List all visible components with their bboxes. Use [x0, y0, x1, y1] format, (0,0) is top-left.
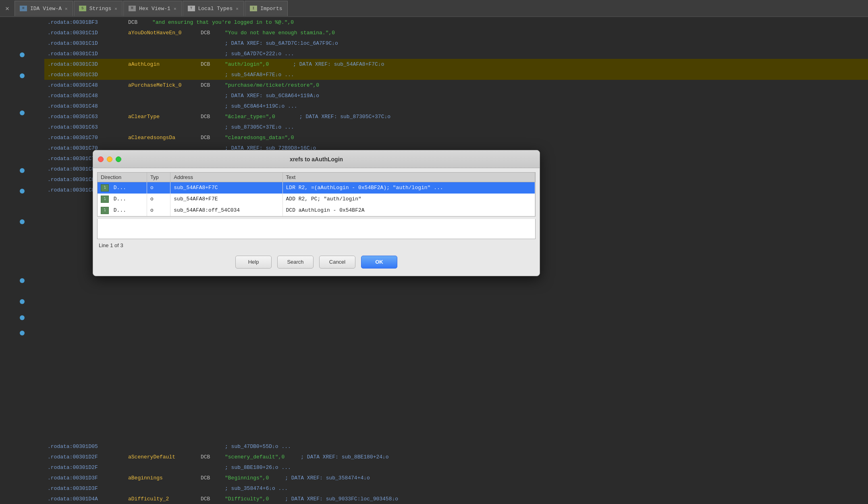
code-addr: .rodata:00301D05 [48, 444, 128, 450]
code-addr: .rodata:00301C1D [48, 51, 128, 57]
code-label: aClearedsongsDa [128, 135, 201, 141]
tab-ida-close[interactable]: ✕ [65, 6, 68, 11]
tab-strings-icon: S [79, 6, 86, 11]
breakpoint-dot [20, 278, 25, 283]
tab-bar: ✕ ≡ IDA View-A ✕ S Strings ✕ H Hex View-… [0, 0, 868, 17]
code-addr: .rodata:00301D4A [48, 496, 128, 502]
code-comment: ; sub_358474+6↓o ... [225, 485, 288, 492]
code-label: aPurchaseMeTick_0 [128, 82, 201, 88]
code-label: aClearType [128, 114, 201, 120]
code-line-highlighted: .rodata:00301C3D ; sub_54AFA8+F7E↓o ... [44, 69, 868, 80]
code-comment: ; DATA XREF: sub_9033FC:loc_903458↓o [285, 496, 398, 502]
cell-text: ADD R2, PC; "auth/login" [282, 194, 535, 205]
code-addr: .rodata:00301C70 [48, 135, 128, 141]
minimize-button[interactable] [107, 156, 112, 162]
tab-strings[interactable]: S Strings ✕ [74, 1, 123, 16]
code-addr: .rodata:00301D2F [48, 454, 128, 460]
table-header-row: Direction Typ Address Text [98, 173, 535, 182]
search-button[interactable]: Search [277, 256, 314, 269]
xrefs-dialog: xrefs to aAuthLogin Direction Typ Addres… [93, 150, 540, 276]
cell-type: o [147, 194, 170, 205]
cancel-button[interactable]: Cancel [319, 256, 355, 269]
tab-local-types[interactable]: T Local Types ✕ [183, 1, 244, 16]
col-direction: Direction [98, 173, 147, 182]
tab-local-types-icon: T [188, 6, 195, 11]
code-comment: ; sub_6A7D7C+222↓o ... [225, 51, 294, 57]
maximize-button[interactable] [116, 156, 121, 162]
code-str: "Beginnings",0 [225, 475, 269, 481]
window-close-icon[interactable]: ✕ [2, 3, 13, 14]
tab-local-types-close[interactable]: ✕ [236, 6, 239, 11]
cell-address: sub_54AFA8:off_54C034 [170, 205, 282, 216]
code-line: .rodata:00301C1D aYouDoNotHaveEn_0 DCB "… [44, 27, 868, 38]
code-area: .rodata:00301BF3 DCB "and ensuring that … [44, 17, 868, 504]
code-str: "auth/login",0 [225, 61, 269, 67]
code-comment: ; sub_87305C+37E↓o ... [225, 124, 294, 130]
tab-strings-close[interactable]: ✕ [114, 6, 117, 11]
table-row[interactable]: ⤵ D... o sub_54AFA8:off_54C034 DCD aAuth… [98, 205, 535, 216]
status-text: Line 1 of 3 [99, 242, 123, 248]
code-line: .rodata:00301D2F aSceneryDefault DCB "sc… [44, 452, 868, 462]
code-kw: DCB [201, 82, 225, 88]
code-addr: .rodata:00301D3F [48, 485, 128, 492]
ok-button[interactable]: OK [361, 256, 397, 269]
table-row[interactable]: ⤵ D... o sub_54AFA8+F7E ADD R2, PC; "aut… [98, 194, 535, 205]
cell-text: LDR R2, =(aAuthLogin - 0x54BF2A); "auth/… [282, 182, 535, 194]
code-line: .rodata:00301C1D ; DATA XREF: sub_6A7D7C… [44, 38, 868, 48]
code-label: aBeginnings [128, 475, 201, 481]
code-line: .rodata:00301D3F aBeginnings DCB "Beginn… [44, 473, 868, 483]
tab-hex-view[interactable]: H Hex View-1 ✕ [123, 1, 182, 16]
tab-hex-icon: H [129, 6, 136, 11]
table-row[interactable]: ⤵ D... o sub_54AFA8+F7C LDR R2, =(aAuthL… [98, 182, 535, 194]
code-comment: ; DATA XREF: sub_358474+4↓o [285, 475, 370, 481]
code-addr: .rodata:00301C3D [48, 72, 128, 78]
code-line: .rodata:00301D2F ; sub_8BE180+26↓o ... [44, 462, 868, 473]
code-str: "clearedsongs_data=",0 [225, 135, 294, 141]
col-address: Address [170, 173, 282, 182]
tab-imports[interactable]: I Imports [245, 1, 288, 16]
code-comment: ; DATA XREF: sub_6C8A64+119A↓o [225, 93, 319, 99]
breakpoint-dot [20, 168, 25, 173]
code-str: "Difficulty",0 [225, 496, 269, 502]
cell-direction: ⤵ D... [98, 194, 147, 205]
dialog-table-container: Direction Typ Address Text ⤵ D... [97, 172, 536, 217]
dialog-titlebar: xrefs to aAuthLogin [93, 150, 540, 168]
code-addr: .rodata:00301C48 [48, 82, 128, 88]
code-kw: DCB [201, 30, 225, 36]
code-label: aDifficulty_2 [128, 496, 201, 502]
code-line: .rodata:00301C48 ; sub_6C8A64+119C↓o ... [44, 101, 868, 111]
breakpoint-dot [20, 219, 25, 224]
code-addr: .rodata:00301C63 [48, 124, 128, 130]
cell-type: o [147, 182, 170, 194]
tab-strings-label: Strings [89, 6, 112, 12]
code-kw: DCB [201, 475, 225, 481]
row-icon: ⤵ [101, 196, 109, 203]
code-kw: DCB [201, 496, 225, 502]
traffic-lights [98, 156, 121, 162]
row-icon: ⤵ [101, 207, 109, 214]
code-kw: DCB [201, 61, 225, 67]
code-addr: .rodata:00301C3D [48, 61, 128, 67]
tab-hex-close[interactable]: ✕ [174, 6, 177, 11]
tab-hex-label: Hex View-1 [139, 6, 170, 12]
close-button[interactable] [98, 156, 104, 162]
tab-ida-icon: ≡ [20, 6, 27, 11]
breakpoint-dot [20, 52, 25, 57]
bottom-code-section: .rodata:00301D05 ; sub_47DB0+55D↓o ... .… [44, 441, 868, 504]
tab-local-types-label: Local Types [198, 6, 233, 12]
breakpoint-dot [20, 331, 25, 335]
code-line: .rodata:00301C48 aPurchaseMeTick_0 DCB "… [44, 80, 868, 90]
main-content: .rodata:00301BF3 DCB "and ensuring that … [0, 17, 868, 504]
left-gutter [0, 17, 44, 504]
row-icon: ⤵ [101, 184, 109, 192]
cell-direction: ⤵ D... [98, 182, 147, 194]
help-button[interactable]: Help [235, 256, 272, 269]
code-addr: .rodata:00301BF3 [48, 19, 128, 25]
breakpoint-dot [20, 189, 25, 194]
cell-type: o [147, 205, 170, 216]
code-line: .rodata:00301C63 aClearType DCB "&clear_… [44, 111, 868, 122]
code-str: "scenery_default",0 [225, 454, 284, 460]
tab-ida-view[interactable]: ≡ IDA View-A ✕ [15, 1, 73, 16]
code-str: "You do not have enough stamina.",0 [225, 30, 335, 36]
code-kw: DCB [128, 19, 152, 25]
